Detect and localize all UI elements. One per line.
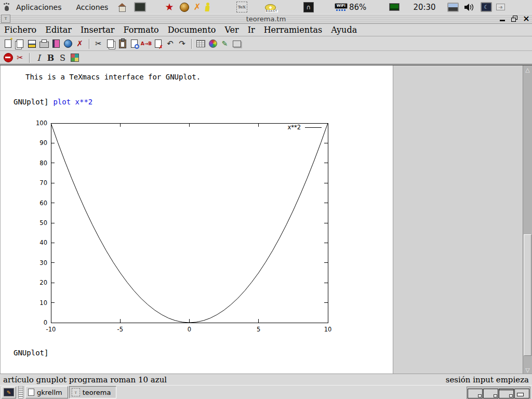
panel-clock[interactable]: 20:30: [413, 3, 435, 12]
moon-screensaver-icon[interactable]: ☾: [481, 2, 492, 12]
desktop: Aplicaciones Acciones ★ ✗ TeX ROAST ∩ Wi…: [0, 0, 532, 399]
insert-table-button[interactable]: [195, 38, 207, 50]
svg-text:10: 10: [39, 299, 47, 307]
taskbar-menu-button[interactable]: ✎: [2, 387, 16, 398]
svg-text:60: 60: [39, 200, 47, 207]
menu-ir[interactable]: Ir: [248, 25, 255, 35]
menu-formato[interactable]: Formato: [123, 25, 158, 35]
taskbar-grip[interactable]: [18, 386, 23, 398]
document-page[interactable]: This is a TeXmacs interface for GNUplot.…: [0, 65, 393, 374]
status-left[interactable]: artículo gnuplot programa roman 10 azul: [3, 375, 167, 384]
close-button[interactable]: ×: [523, 15, 530, 22]
paste-button[interactable]: [116, 38, 128, 50]
svg-text:0: 0: [44, 319, 47, 326]
svg-text:10: 10: [324, 326, 332, 333]
vertical-scrollbar[interactable]: △ ▽: [523, 65, 532, 374]
minimize-button[interactable]: [499, 15, 506, 22]
menu-ayuda[interactable]: Ayuda: [331, 25, 357, 35]
svg-text:30: 30: [39, 259, 47, 267]
headphones-icon[interactable]: ∩: [303, 2, 314, 12]
italic-button[interactable]: I: [33, 52, 45, 64]
insert-frame-button[interactable]: [231, 38, 243, 50]
home-icon[interactable]: [117, 3, 127, 11]
monitor-pen-icon: ✎: [4, 388, 14, 396]
red-star-icon[interactable]: ★: [165, 2, 174, 12]
gnuplot-chart: -10-505100102030405060708090100x**2: [21, 119, 343, 337]
menu-fichero[interactable]: Fichero: [4, 25, 36, 35]
status-right[interactable]: sesión input empieza: [446, 375, 529, 384]
orange-tools-icon[interactable]: ✗: [193, 3, 201, 11]
gnuplot-prompt2[interactable]: GNUplot]: [14, 349, 48, 357]
pager-window: [517, 393, 524, 396]
gnuplot-prompt: GNUplot]: [14, 98, 48, 106]
task-button-gkrellm[interactable]: gkrellm: [25, 386, 68, 398]
menu-bar: Fichero Editar Insertar Formato Document…: [0, 24, 532, 36]
pager-desktop-4[interactable]: [514, 389, 529, 398]
undo-button[interactable]: ↶: [164, 38, 176, 50]
speaker-icon[interactable]: [464, 3, 474, 11]
open-url-globe-button[interactable]: [62, 38, 74, 50]
cut-button[interactable]: ✂: [92, 38, 104, 50]
bold-button[interactable]: B: [45, 52, 57, 64]
new-document-button[interactable]: [2, 38, 14, 50]
find-button[interactable]: [128, 38, 140, 50]
svg-text:x**2: x**2: [287, 124, 301, 131]
panel-menu-applications[interactable]: Aplicaciones: [16, 3, 61, 11]
svg-text:80: 80: [39, 159, 47, 167]
wifi-icon[interactable]: WiFi: [335, 3, 348, 11]
save-document-button[interactable]: [26, 38, 38, 50]
terminal-icon[interactable]: [134, 2, 146, 12]
texmacs-icon: T: [72, 388, 80, 396]
svg-text:90: 90: [39, 139, 47, 147]
main-toolbar: ✗ ✂ A→B ↶ ↷ ✎: [0, 37, 532, 51]
restore-button[interactable]: [511, 15, 518, 22]
person-icon[interactable]: [205, 3, 210, 12]
menu-editar[interactable]: Editar: [45, 25, 72, 35]
window-titlebar[interactable]: T teorema.tm ×: [0, 14, 532, 24]
svg-text:70: 70: [39, 179, 47, 187]
scroll-up-arrow-icon[interactable]: △: [523, 65, 532, 74]
print-document-button[interactable]: [38, 38, 50, 50]
gnuplot-command[interactable]: plot x**2: [53, 98, 92, 106]
menu-ver[interactable]: Ver: [224, 25, 238, 35]
system-monitor-icon[interactable]: [389, 3, 400, 11]
interrupt-stop-button[interactable]: [2, 52, 14, 64]
menu-insertar[interactable]: Insertar: [81, 25, 115, 35]
menu-herramientas[interactable]: Herramientas: [264, 25, 323, 35]
color-chooser-button[interactable]: [69, 52, 81, 64]
gnuplot-prompt-line[interactable]: GNUplot]plot x**2: [14, 98, 92, 106]
replace-button[interactable]: A→B: [140, 38, 152, 50]
toolbar-separator: [29, 53, 30, 63]
screen-icon[interactable]: [447, 3, 459, 12]
page-margin-area: [393, 65, 523, 374]
copy-button[interactable]: [104, 38, 116, 50]
pager-desktop-3[interactable]: [499, 389, 514, 398]
session-toolbar: ✂ I B S: [0, 51, 532, 64]
workspace-pager: [467, 387, 530, 399]
panel-menu-actions[interactable]: Acciones: [76, 3, 108, 11]
close-document-button[interactable]: ✗: [74, 38, 86, 50]
open-document-button[interactable]: [14, 38, 26, 50]
scroll-down-arrow-icon[interactable]: ▽: [523, 366, 532, 374]
mini-applet-icon[interactable]: –a: [496, 4, 505, 10]
redo-button[interactable]: ↷: [176, 38, 188, 50]
draw-button[interactable]: ✎: [219, 38, 231, 50]
document-intro-text[interactable]: This is a TeXmacs interface for GNUplot.: [25, 73, 201, 81]
menu-documento[interactable]: Documento: [168, 25, 216, 35]
insert-image-button[interactable]: [207, 38, 219, 50]
amber-orb-icon[interactable]: [180, 3, 189, 12]
strong-button[interactable]: S: [57, 52, 69, 64]
export-book-button[interactable]: [50, 38, 62, 50]
scrollbar-thumb[interactable]: [524, 234, 531, 356]
cdroast-icon[interactable]: ROAST: [265, 3, 275, 12]
svg-text:0: 0: [188, 326, 191, 333]
spell-check-button[interactable]: [152, 38, 164, 50]
window-title: teorema.tm: [0, 15, 532, 23]
tex-icon[interactable]: TeX: [236, 2, 247, 12]
pager-desktop-2[interactable]: [483, 389, 498, 398]
cut-session-button[interactable]: ✂: [14, 52, 26, 64]
pager-desktop-1[interactable]: [468, 389, 483, 398]
task-button-teorema[interactable]: T teorema: [69, 386, 117, 398]
gnome-foot-icon[interactable]: [3, 3, 11, 12]
bottom-taskbar: ✎ gkrellm T teorema: [0, 385, 532, 399]
